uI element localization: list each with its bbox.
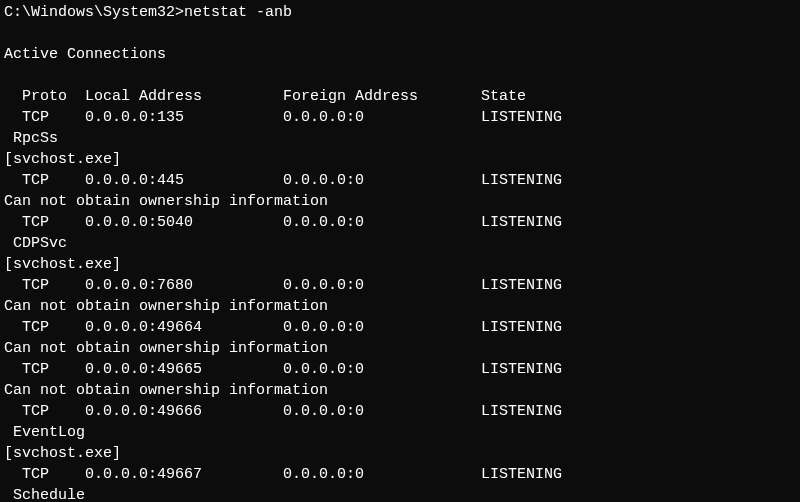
owner-line: CDPSvc bbox=[0, 233, 800, 254]
owner-line: RpcSs bbox=[0, 128, 800, 149]
connection-row: TCP 0.0.0.0:49664 0.0.0.0:0 LISTENING bbox=[0, 317, 800, 338]
owner-line: [svchost.exe] bbox=[0, 443, 800, 464]
connection-row: TCP 0.0.0.0:5040 0.0.0.0:0 LISTENING bbox=[0, 212, 800, 233]
owner-line: [svchost.exe] bbox=[0, 254, 800, 275]
owner-line: EventLog bbox=[0, 422, 800, 443]
blank-line bbox=[0, 23, 800, 44]
connection-row: TCP 0.0.0.0:49666 0.0.0.0:0 LISTENING bbox=[0, 401, 800, 422]
owner-line: Can not obtain ownership information bbox=[0, 338, 800, 359]
connection-row: TCP 0.0.0.0:135 0.0.0.0:0 LISTENING bbox=[0, 107, 800, 128]
owner-line: Can not obtain ownership information bbox=[0, 296, 800, 317]
connection-row: TCP 0.0.0.0:49665 0.0.0.0:0 LISTENING bbox=[0, 359, 800, 380]
blank-line bbox=[0, 65, 800, 86]
entries-container: TCP 0.0.0.0:135 0.0.0.0:0 LISTENING RpcS… bbox=[0, 107, 800, 502]
connection-row: TCP 0.0.0.0:7680 0.0.0.0:0 LISTENING bbox=[0, 275, 800, 296]
connection-row: TCP 0.0.0.0:49667 0.0.0.0:0 LISTENING bbox=[0, 464, 800, 485]
header-row: Proto Local Address Foreign Address Stat… bbox=[0, 86, 800, 107]
prompt-text: C:\Windows\System32> bbox=[4, 4, 184, 21]
owner-line: [svchost.exe] bbox=[0, 149, 800, 170]
owner-line: Can not obtain ownership information bbox=[0, 191, 800, 212]
owner-line: Can not obtain ownership information bbox=[0, 380, 800, 401]
connections-title: Active Connections bbox=[0, 44, 800, 65]
connection-row: TCP 0.0.0.0:445 0.0.0.0:0 LISTENING bbox=[0, 170, 800, 191]
command-text: netstat -anb bbox=[184, 4, 292, 21]
terminal-output[interactable]: C:\Windows\System32>netstat -anb Active … bbox=[0, 2, 800, 502]
command-prompt-line: C:\Windows\System32>netstat -anb bbox=[0, 2, 800, 23]
owner-line: Schedule bbox=[0, 485, 800, 502]
